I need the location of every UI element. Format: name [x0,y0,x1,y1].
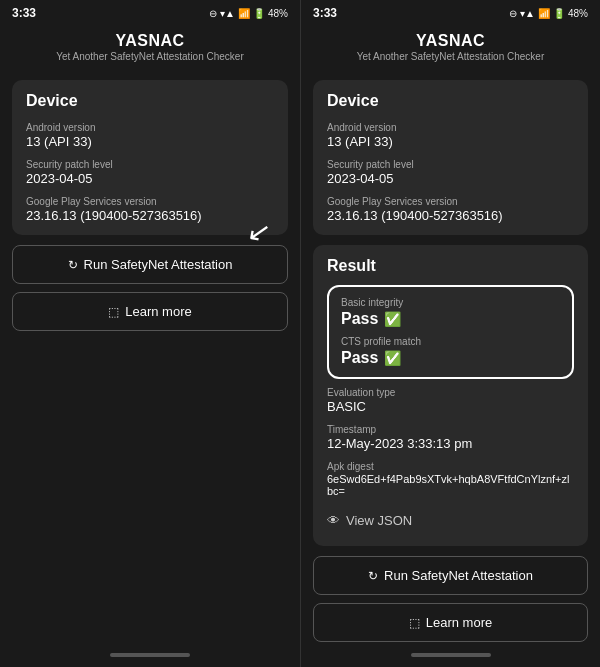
wifi-icon: ▾▲ [220,8,235,19]
right-android-value: 13 (API 33) [327,134,574,149]
minus-icon-r: ⊖ [509,8,517,19]
basic-integrity-label: Basic integrity [341,297,560,308]
apk-label: Apk digest [327,461,574,472]
view-json-button[interactable]: 👁 View JSON [327,507,412,534]
right-result-card: Result Basic integrity Pass ✅ CTS profil… [313,245,588,546]
left-status-bar: 3:33 ⊖ ▾▲ 📶 🔋 48% [0,0,300,24]
external-link-icon: ⬚ [108,305,119,319]
eval-label: Evaluation type [327,387,574,398]
refresh-icon-r: ↻ [368,569,378,583]
minus-icon: ⊖ [209,8,217,19]
left-phone-screen: 3:33 ⊖ ▾▲ 📶 🔋 48% YASNAC Yet Another Saf… [0,0,300,667]
right-phone-screen: 3:33 ⊖ ▾▲ 📶 🔋 48% YASNAC Yet Another Saf… [300,0,600,667]
right-patch-label: Security patch level [327,159,574,170]
right-gps-value: 23.16.13 (190400-527363516) [327,208,574,223]
cts-value: Pass ✅ [341,349,560,367]
signal-icon: 📶 [238,8,250,19]
right-patch-value: 2023-04-05 [327,171,574,186]
right-time: 3:33 [313,6,337,20]
left-home-indicator [110,653,190,657]
left-gps-value: 23.16.13 (190400-527363516) [26,208,274,223]
apk-value: 6eSwd6Ed+f4Pab9sXTvk+hqbA8VFtfdCnYlznf+z… [327,473,574,497]
right-device-title: Device [327,92,574,110]
right-result-title: Result [327,257,574,275]
left-learn-more-button[interactable]: ⬚ Learn more [12,292,288,331]
right-bottom-bar [301,647,600,667]
right-learn-more-button[interactable]: ⬚ Learn more [313,603,588,642]
left-android-label: Android version [26,122,274,133]
basic-integrity-value: Pass ✅ [341,310,560,328]
right-status-icons: ⊖ ▾▲ 📶 🔋 48% [509,8,588,19]
left-android-value: 13 (API 33) [26,134,274,149]
left-gps-label: Google Play Services version [26,196,274,207]
timestamp-value: 12-May-2023 3:33:13 pm [327,436,574,451]
left-device-title: Device [26,92,274,110]
battery-icon-r: 🔋 [553,8,565,19]
external-link-icon-r: ⬚ [409,616,420,630]
right-device-card: Device Android version 13 (API 33) Secur… [313,80,588,235]
left-content: Device Android version 13 (API 33) Secur… [0,72,300,647]
left-patch-label: Security patch level [26,159,274,170]
left-run-button[interactable]: ↻ Run SafetyNet Attestation [12,245,288,284]
left-app-title: YASNAC [0,32,300,50]
left-patch-value: 2023-04-05 [26,171,274,186]
check-circle-icon-cts: ✅ [384,350,401,366]
left-bottom-bar [0,647,300,667]
signal-icon-r: 📶 [538,8,550,19]
refresh-icon: ↻ [68,258,78,272]
check-circle-icon: ✅ [384,311,401,327]
right-gps-label: Google Play Services version [327,196,574,207]
left-time: 3:33 [12,6,36,20]
battery-icon: 🔋 [253,8,265,19]
wifi-icon-r: ▾▲ [520,8,535,19]
right-content: Device Android version 13 (API 33) Secur… [301,72,600,647]
cts-label: CTS profile match [341,336,560,347]
left-device-card: Device Android version 13 (API 33) Secur… [12,80,288,235]
right-run-button[interactable]: ↻ Run SafetyNet Attestation [313,556,588,595]
left-app-subtitle: Yet Another SafetyNet Attestation Checke… [0,51,300,62]
eye-icon: 👁 [327,513,340,528]
timestamp-label: Timestamp [327,424,574,435]
eval-value: BASIC [327,399,574,414]
right-home-indicator [411,653,491,657]
left-status-icons: ⊖ ▾▲ 📶 🔋 48% [209,8,288,19]
right-status-bar: 3:33 ⊖ ▾▲ 📶 🔋 48% [301,0,600,24]
left-app-header: YASNAC Yet Another SafetyNet Attestation… [0,24,300,72]
right-android-label: Android version [327,122,574,133]
right-app-header: YASNAC Yet Another SafetyNet Attestation… [301,24,600,72]
right-app-subtitle: Yet Another SafetyNet Attestation Checke… [301,51,600,62]
result-highlight-box: Basic integrity Pass ✅ CTS profile match… [327,285,574,379]
right-app-title: YASNAC [301,32,600,50]
